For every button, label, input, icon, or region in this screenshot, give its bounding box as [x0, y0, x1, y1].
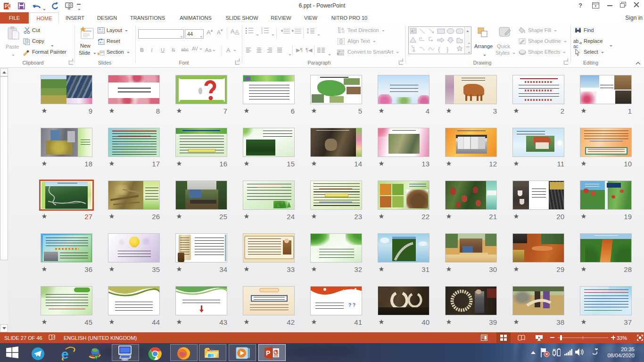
svg-text:P: P [266, 349, 270, 357]
svg-text:A: A [411, 29, 413, 33]
svg-text:3: 3 [261, 32, 263, 34]
svg-text:A: A [341, 27, 344, 31]
svg-text:{: { [438, 46, 440, 53]
svg-text:}: } [446, 46, 449, 53]
